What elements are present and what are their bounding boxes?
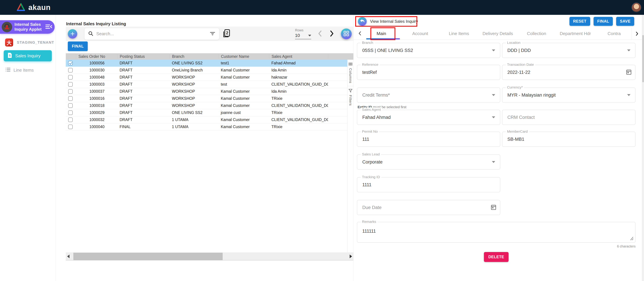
sales-lead-field[interactable]: Sales Lead Corporate [357,154,500,170]
reference-field[interactable]: Reference testRef [357,65,500,80]
sales-agent-field[interactable]: Sales Agent Fahad Ahmad [357,110,500,125]
row-checkbox[interactable] [68,82,73,87]
table-row[interactable]: 1000032DRAFT1 UTAMAKamal CustomerCLIENT_… [66,116,353,123]
tabs-scroll-right-icon[interactable] [632,28,642,39]
delete-button[interactable]: DELETE [484,252,508,262]
scroll-left-icon[interactable] [67,255,70,258]
tab-line-items[interactable]: Line Items [440,31,478,36]
user-avatar[interactable] [632,2,641,12]
saved-filters-icon[interactable]: 2 [222,29,230,39]
row-checkbox[interactable] [68,89,73,94]
sidebar-item-sales-inquiry[interactable]: $ Sales Inquiry [4,50,52,61]
field-value: 05SS | ONE LIVING SS2 [362,48,413,53]
tracking-id-field[interactable]: Tracking ID 1111 [357,177,500,192]
permit-no-field[interactable]: Permit No 111 [357,132,500,147]
calendar-icon[interactable] [626,69,632,75]
tab-collection[interactable]: Collection [517,31,556,36]
detail-panel: View Internal Sales Inquiry RESET FINAL … [353,15,642,281]
reset-button[interactable]: RESET [570,17,590,26]
column-header[interactable]: Branch [170,54,218,59]
field-label: Permit No [361,129,379,133]
search-box[interactable] [84,28,219,40]
location-field[interactable]: Location DDD | DDD [502,43,636,58]
collapse-sidebar-icon[interactable] [45,24,52,30]
row-checkbox[interactable] [68,75,73,80]
field-placeholder: CRM Contact [507,115,535,120]
sidebar: Internal Sales Inquiry Applet 大 STAGING_… [0,15,56,281]
tab-department-hdr[interactable]: Department Hdr [556,31,595,36]
tab-main[interactable]: Main [362,31,401,36]
field-label: Tracking ID [361,175,381,179]
final-filter-button[interactable]: FINAL [68,41,88,51]
prev-page-button[interactable] [318,30,323,37]
grid-view-button[interactable] [341,28,352,39]
row-checkbox[interactable] [68,103,73,108]
row-checkbox[interactable] [68,110,73,115]
field-value: 1111 [362,182,372,187]
table-row[interactable]: 1000029DRAFTONE LIVING SS2joanne custTRi… [66,109,353,116]
applet-header[interactable]: Internal Sales Inquiry Applet [0,20,55,34]
tab-delivery-details[interactable]: Delivery Details [478,31,517,36]
branch-field[interactable]: Branch 05SS | ONE LIVING SS2 [357,43,500,58]
row-checkbox[interactable] [68,61,73,65]
horizontal-scrollbar[interactable] [66,252,353,261]
column-header[interactable]: Sales Agent [269,54,328,59]
columns-side-tab[interactable]: Columns [348,60,353,86]
row-checkbox[interactable] [68,125,73,129]
column-header[interactable]: Posting Status [117,54,170,59]
row-checkbox[interactable] [68,117,73,122]
add-record-button[interactable]: + [68,29,77,39]
tabs-scroll-left-icon[interactable] [358,31,362,37]
top-bar: akaun [0,0,644,15]
cell-customer-name: Kamal Customer [218,117,269,122]
table-row[interactable]: 1000048DRAFTWORKSHOPKamal Customerhaknaz… [66,74,353,81]
table-row[interactable]: 1000037DRAFTWORKSHOPKamal CustomerIda Am… [66,88,353,95]
next-page-button[interactable] [329,30,334,37]
cell-posting-status: DRAFT [117,82,170,87]
tenant-row[interactable]: 大 STAGING_TENANT [5,38,56,46]
page-scrollbar-thumb[interactable] [642,35,644,82]
table-row[interactable]: 1000056DRAFTONE LIVING SS2test1Fahad Ahm… [66,60,353,67]
filters-side-tab[interactable]: Filters [348,86,353,108]
calendar-icon[interactable] [491,204,496,211]
currency-field[interactable]: Currency* MYR - Malaysian ringgit [502,87,636,103]
column-header[interactable]: Customer Name [218,54,269,59]
row-checkbox[interactable] [68,68,73,72]
remarks-field[interactable]: Remarks 111111 [357,222,636,243]
final-button[interactable]: FINAL [594,17,613,26]
table-row[interactable]: 1000030DRAFTOneLiving BranchKamal Custom… [66,67,353,74]
rows-per-page: Rows 10 [295,28,311,39]
akaun-triangle-icon [16,3,26,12]
cell-customer-name: joanne cust [218,110,269,115]
cell-sales-agent: TRixie [269,110,328,115]
save-button[interactable]: SAVE [616,17,634,26]
scrollbar-thumb[interactable] [73,253,223,260]
detail-tabs: MainAccountLine ItemsDelivery DetailsCol… [362,28,642,39]
due-date-field[interactable]: Due Date [357,200,500,215]
resize-handle-icon[interactable] [629,236,634,241]
row-checkbox[interactable] [68,96,73,101]
field-value: 111111 [362,229,376,234]
table-row[interactable]: 1000016DRAFTWORKSHOPKamal CustomerTRixie [66,95,353,102]
transaction-date-field[interactable]: Transaction Date 2022-11-22 [502,65,636,80]
tab-contra[interactable]: Contra [595,31,634,36]
back-button[interactable] [358,17,367,26]
column-header[interactable]: Sales Order No [76,54,117,59]
page-scrollbar[interactable] [642,15,644,281]
credit-terms-field[interactable]: Credit Terms* [357,87,500,103]
tab-account[interactable]: Account [401,31,440,36]
rows-select[interactable]: 10 [295,32,311,39]
search-input[interactable] [96,31,210,36]
columns-icon [349,62,352,66]
table-row[interactable]: 1000018DRAFTWORKSHOPKamal CustomerCLIENT… [66,102,353,109]
table-row[interactable]: 1000003DRAFTWORKSHOPtestCLIENT_VALIDATIO… [66,81,353,88]
app-root: akaun Internal Sales Inquiry Applet [0,0,644,281]
cell-posting-status: DRAFT [117,61,170,65]
filter-list-icon[interactable] [210,31,216,36]
crm-contact-field[interactable]: CRM Contact [502,110,636,125]
scroll-right-icon[interactable] [350,255,352,258]
sidebar-item-line-items[interactable]: Line Items [6,67,56,73]
back-arrow-icon [360,19,365,24]
table-row[interactable]: 1000040FINAL1 UTAMAKamal CustomerTRixie [66,123,353,130]
membercard-field[interactable]: MemberCard SB-MB1 [502,132,636,147]
